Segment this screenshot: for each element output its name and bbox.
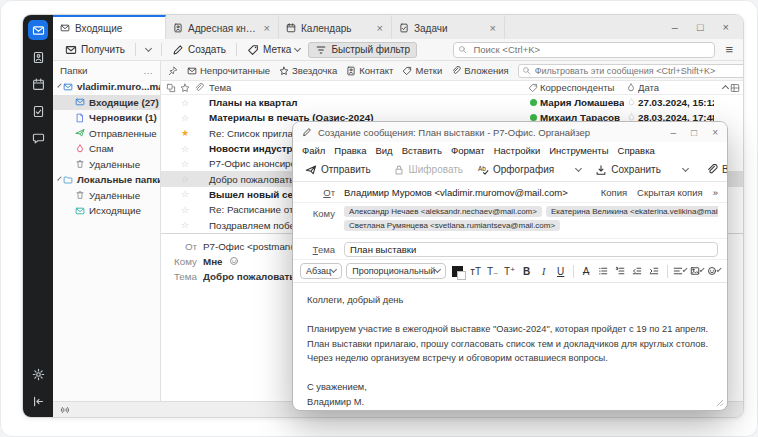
star-icon[interactable]: ☆: [178, 144, 192, 154]
filter-messages-input[interactable]: [518, 64, 744, 78]
star-icon[interactable]: ☆: [178, 98, 192, 108]
menu-Формат[interactable]: Формат: [451, 145, 485, 156]
bold-button[interactable]: B: [520, 266, 533, 277]
spelling-dropdown[interactable]: [571, 167, 586, 173]
quick-filter-mail[interactable]: Непрочитанные: [187, 65, 270, 76]
spelling-button[interactable]: AbОрфография: [472, 162, 559, 178]
rail-collapse-panel-icon[interactable]: [28, 391, 48, 411]
tab-close-icon[interactable]: ×: [376, 22, 384, 34]
insert-emoji-button[interactable]: [707, 266, 720, 276]
star-icon[interactable]: ☆: [178, 159, 192, 169]
rail-chat-icon[interactable]: [28, 128, 48, 148]
attach-button[interactable]: Вложить: [701, 162, 728, 178]
alignment-button[interactable]: [673, 266, 686, 276]
paragraph-style-select[interactable]: Абзац: [300, 263, 342, 279]
quick-filter-star[interactable]: Звездочка: [279, 65, 337, 76]
expand-caret[interactable]: [57, 176, 61, 180]
attachment-column-icon[interactable]: [192, 83, 206, 93]
menu-Справка[interactable]: Справка: [618, 145, 655, 156]
folder-acct-1[interactable]: Черновики (1): [53, 110, 160, 126]
menu-Вид[interactable]: Вид: [375, 145, 392, 156]
subject-column-header[interactable]: Тема: [206, 82, 526, 93]
more-addressing-button[interactable]: »: [713, 187, 718, 198]
indent-button[interactable]: [648, 266, 661, 276]
italic-button[interactable]: I: [537, 266, 550, 277]
menu-Инструменты[interactable]: Инструменты: [549, 145, 608, 156]
junk-column-icon[interactable]: [624, 83, 638, 93]
rail-calendar-icon[interactable]: [28, 74, 48, 94]
underline-button[interactable]: U: [554, 266, 567, 277]
rail-address-book-icon[interactable]: [28, 47, 48, 67]
expand-caret[interactable]: [57, 83, 61, 87]
tab-1[interactable]: Входящие: [53, 15, 166, 39]
rail-mail-icon[interactable]: [28, 20, 48, 40]
compose-body-editor[interactable]: Коллеги, добрый деньПланируем участие в …: [293, 283, 727, 410]
recipient-pill[interactable]: Екатерина Великина <ekaterina.velikina@m…: [546, 206, 718, 217]
column-picker-button[interactable]: [730, 83, 740, 93]
folder-local-0[interactable]: Удалённые: [53, 188, 160, 204]
text-color-picker[interactable]: [452, 266, 463, 277]
pin-filter-icon[interactable]: [168, 66, 178, 76]
recipient-pill[interactable]: Светлана Румянцева <svetlana.rumiantseva…: [344, 220, 560, 231]
folder-acct-2[interactable]: Отправленные: [53, 126, 160, 142]
outdent-button[interactable]: [631, 266, 644, 276]
tab-close-icon[interactable]: ×: [489, 22, 497, 34]
send-button[interactable]: Отправить: [300, 162, 376, 178]
tag-column-icon[interactable]: [526, 83, 540, 93]
insert-image-button[interactable]: [690, 266, 703, 276]
tab-4[interactable]: Задачи×: [392, 15, 505, 39]
menu-Файл[interactable]: Файл: [302, 145, 325, 156]
minimize-button[interactable]: –: [672, 22, 678, 33]
bullet-list-button[interactable]: [597, 266, 610, 276]
recipient-pill[interactable]: Александр Нечаев <aleksandr.nechaev@mail…: [344, 206, 542, 217]
tag-button[interactable]: Метка: [242, 42, 305, 58]
menu-Правка[interactable]: Правка: [334, 145, 366, 156]
compose-button[interactable]: Создать: [167, 42, 231, 58]
correspondents-column-header[interactable]: Корреспонденты: [540, 82, 624, 93]
font-style-icon[interactable]: тТ: [469, 266, 482, 277]
table-row[interactable]: ☆Планы на кварталМария Ломашева27.03.202…: [161, 95, 743, 110]
cc-button[interactable]: Копия: [601, 187, 627, 198]
remove-formatting-button[interactable]: A: [580, 266, 593, 277]
star-icon[interactable]: ☆: [178, 189, 192, 199]
star-icon[interactable]: ☆: [178, 113, 192, 123]
star-icon[interactable]: ☆: [178, 174, 192, 184]
tab-2[interactable]: Адресная книга×: [166, 15, 279, 39]
font-select[interactable]: Пропорциональный: [346, 263, 446, 279]
date-column-header[interactable]: Дата: [638, 82, 714, 93]
bcc-button[interactable]: Скрытая копия: [637, 187, 703, 198]
star-icon[interactable]: ☆: [178, 205, 192, 215]
menu-Вставить[interactable]: Вставить: [402, 145, 442, 156]
quick-filter-toggle[interactable]: Быстрый фильтр: [308, 42, 417, 58]
save-button[interactable]: Сохранить: [590, 162, 666, 178]
folder-local-1[interactable]: Исходящие: [53, 203, 160, 219]
resize-grip[interactable]: [716, 399, 724, 407]
folder-local-root[interactable]: Локальные папки: [53, 172, 160, 188]
save-dropdown[interactable]: [678, 167, 693, 173]
quick-filter-clip[interactable]: Вложения: [451, 65, 509, 76]
folder-acct-4[interactable]: Удалённые: [53, 157, 160, 173]
tab-close-icon[interactable]: ×: [263, 22, 271, 34]
encrypt-button[interactable]: Шифровать: [388, 162, 468, 178]
star-icon[interactable]: ☆: [178, 220, 192, 230]
menu-Настройки[interactable]: Настройки: [494, 145, 541, 156]
sort-ascending-icon[interactable]: [722, 85, 729, 92]
quick-filter-tag[interactable]: Метки: [402, 65, 442, 76]
decrease-font-button[interactable]: T₋: [486, 266, 499, 277]
folder-account[interactable]: vladimir.muro...mail.com: [53, 79, 160, 95]
subject-input[interactable]: [344, 242, 718, 257]
maximize-button[interactable]: □: [697, 22, 704, 33]
close-button[interactable]: ×: [723, 22, 729, 33]
folder-acct-0[interactable]: Входящие (27): [53, 95, 160, 111]
compose-minimize-button[interactable]: –: [671, 127, 677, 138]
rail-settings-icon[interactable]: [28, 364, 48, 384]
star-column-icon[interactable]: [178, 83, 192, 93]
search-input[interactable]: [453, 42, 715, 58]
numbered-list-button[interactable]: [614, 266, 627, 276]
compose-close-button[interactable]: ×: [712, 127, 718, 138]
get-mail-button[interactable]: Получить: [60, 42, 130, 58]
increase-font-button[interactable]: T⁺: [503, 266, 516, 277]
star-icon[interactable]: ★: [178, 128, 192, 138]
rail-tasks-icon[interactable]: [28, 101, 48, 121]
thread-column-icon[interactable]: [164, 83, 178, 93]
